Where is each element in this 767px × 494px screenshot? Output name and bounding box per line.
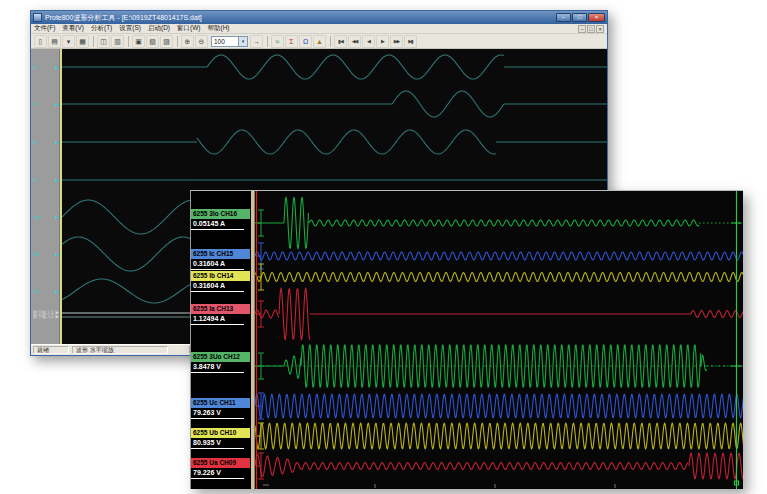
channel-waveform	[255, 252, 743, 260]
channel-label-group-ch11[interactable]: 6255 Uc CH1179.263 V	[191, 398, 250, 419]
channel-marker-row[interactable]: Ua▶	[31, 214, 60, 220]
menu-item-0[interactable]: 文件(F)	[34, 24, 55, 31]
channel-label-header[interactable]: 6255 3Uo CH12	[191, 352, 250, 362]
close-button[interactable]: ×	[588, 13, 605, 22]
copy-button[interactable]: ▥	[111, 35, 124, 48]
channel-sidebar-label: Ua	[33, 214, 39, 220]
first-frame-button[interactable]: ▮◀	[334, 35, 347, 48]
menu-item-4[interactable]: 启动(D)	[148, 24, 170, 31]
channel-sidebar-label: Ic	[33, 139, 37, 145]
maximize-button[interactable]: □	[572, 13, 587, 22]
channel-arrow-icon: ▶	[55, 101, 59, 107]
channel-label-group-ch12[interactable]: 6255 3Uo CH123.8478 V	[191, 352, 250, 373]
menu-item-5[interactable]: 窗口(W)	[177, 24, 200, 31]
status-segment-mode: 波形 水平缩放	[72, 346, 168, 354]
step-forward-button[interactable]: ▶	[376, 35, 389, 48]
channel-label-group-ch10[interactable]: 6255 Ub CH1080.935 V	[191, 428, 250, 449]
go-button[interactable]: →	[250, 35, 263, 48]
app-icon	[33, 13, 42, 22]
child-close-button[interactable]: ×	[596, 25, 604, 33]
channel-label-group-ch15[interactable]: 6255 Ic CH150.31604 A	[191, 249, 250, 270]
channel-waveform	[255, 423, 743, 449]
channel-sidebar-label: Ub	[33, 251, 39, 257]
channel-label-group-ch13[interactable]: 6255 Ia CH131.12494 A	[191, 304, 250, 325]
channel-value: 0.05145 A	[191, 219, 244, 230]
menu-item-3[interactable]: 设置(S)	[119, 24, 141, 31]
menu-item-6[interactable]: 帮助(H)	[207, 24, 229, 31]
channel-label-group-ch14[interactable]: 6255 Ib CH140.31604 A	[191, 271, 250, 292]
channel-label-header[interactable]: 6255 Ic CH15	[191, 249, 250, 259]
print-button[interactable]: ◫	[97, 35, 110, 48]
fast-forward-button[interactable]: ▶▶	[390, 35, 403, 48]
channel-arrow-icon: ▶	[55, 251, 59, 257]
toolbar-separator	[93, 36, 94, 47]
channel-value: 0.31604 A	[191, 281, 244, 292]
channel-sidebar-label: Uc	[33, 288, 39, 294]
step-backward-button[interactable]: ◀	[362, 35, 375, 48]
last-frame-button[interactable]: ▶▮	[404, 35, 417, 48]
child-restore-button[interactable]: □	[587, 25, 595, 33]
channel-label-header[interactable]: 6255 Ia CH13	[191, 304, 250, 314]
channel-range-marker[interactable]	[257, 301, 264, 327]
full-screen-button[interactable]: ▣	[132, 35, 145, 48]
chevron-down-icon[interactable]: ▾	[238, 37, 247, 46]
minimize-button[interactable]: –	[556, 13, 571, 22]
new-file-button[interactable]: ▯	[34, 35, 47, 48]
overlay-button[interactable]: ▨	[160, 35, 173, 48]
menu-bar: 文件(F)查看(V)分析(T)设置(S)启动(D)窗口(W)帮助(H) – □ …	[31, 24, 607, 34]
waveform-plot-foreground[interactable]	[255, 191, 743, 489]
open-dropdown-button[interactable]: ▾	[62, 35, 75, 48]
channel-marker-row[interactable]: Ub▶	[31, 251, 60, 257]
zoom-in-button[interactable]: ⊕	[181, 35, 194, 48]
channel-arrow-icon: ▶	[56, 314, 59, 320]
zoom-level-value: 100	[212, 38, 238, 45]
channel-waveform	[255, 273, 743, 282]
title-bar[interactable]: Prote800波形分析工具 - [E:\0919ZT4801417S.dat]…	[31, 11, 607, 24]
channel-marker-row[interactable]: In▶	[31, 177, 60, 183]
waveform-analysis-button[interactable]: ≈	[271, 35, 284, 48]
menu-item-1[interactable]: 查看(V)	[62, 24, 84, 31]
child-minimize-button[interactable]: –	[578, 25, 586, 33]
channel-label-header[interactable]: 6255 Ib CH14	[191, 271, 250, 281]
channel-range-marker[interactable]	[257, 264, 264, 290]
channel-marker-row[interactable]: Ic▶	[31, 139, 60, 145]
sequence-analysis-button[interactable]: ▲	[313, 35, 326, 48]
save-button[interactable]: ▦	[76, 35, 89, 48]
channel-label-header[interactable]: 6255 Ua CH09	[191, 458, 250, 468]
zoom-out-button[interactable]: ⊖	[195, 35, 208, 48]
channel-marker-row[interactable]: Ia▶	[31, 64, 60, 70]
fast-backward-button[interactable]: ◀◀	[348, 35, 361, 48]
zoom-level-combo[interactable]: 100▾	[211, 36, 248, 47]
time-axis-ticks	[263, 484, 615, 488]
channel-label-header[interactable]: 6255 Ub CH10	[191, 428, 250, 438]
channel-value: 0.31604 A	[191, 259, 244, 270]
green-cursor-line[interactable]	[732, 191, 742, 489]
channel-waveform	[60, 55, 607, 79]
channel-waveform	[255, 453, 743, 479]
digital-input-row[interactable]: 数字输入2▶	[31, 314, 60, 320]
harmonic-analysis-button[interactable]: Σ	[285, 35, 298, 48]
channel-label-header[interactable]: 6255 3Io CH16	[191, 209, 250, 219]
status-segment-ready: 就绪	[33, 346, 69, 354]
grid-button[interactable]: ▧	[146, 35, 159, 48]
channel-label-group-ch16[interactable]: 6255 3Io CH160.05145 A	[191, 209, 250, 230]
toolbar-separator	[330, 36, 331, 47]
channel-label-header[interactable]: 6255 Uc CH11	[191, 398, 250, 408]
foreground-waveforms	[255, 191, 743, 489]
channel-sidebar-label: 数字输入2	[33, 314, 54, 320]
channel-label-group-ch09[interactable]: 6255 Ua CH0979.226 V	[191, 458, 250, 479]
vector-diagram-button[interactable]: Ω	[299, 35, 312, 48]
channel-label-column: 6255 3Io CH160.05145 A6255 Ic CH150.3160…	[191, 191, 251, 489]
channel-waveform	[255, 197, 699, 249]
channel-marker-row[interactable]: Ib▶	[31, 101, 60, 107]
menu-items: 文件(F)查看(V)分析(T)设置(S)启动(D)窗口(W)帮助(H)	[34, 24, 237, 33]
channel-arrow-icon: ▶	[55, 214, 59, 220]
channel-arrow-icon: ▶	[55, 139, 59, 145]
open-file-button[interactable]: ▤	[48, 35, 61, 48]
channel-waveform	[255, 288, 743, 340]
channel-sidebar: Ia▶Ib▶Ic▶In▶Ua▶Ub▶Uc▶数字输入1▶数字输入2▶	[31, 49, 60, 344]
toolbar-separator	[267, 36, 268, 47]
channel-arrow-icon: ▶	[55, 288, 59, 294]
menu-item-2[interactable]: 分析(T)	[91, 24, 112, 31]
channel-marker-row[interactable]: Uc▶	[31, 288, 60, 294]
